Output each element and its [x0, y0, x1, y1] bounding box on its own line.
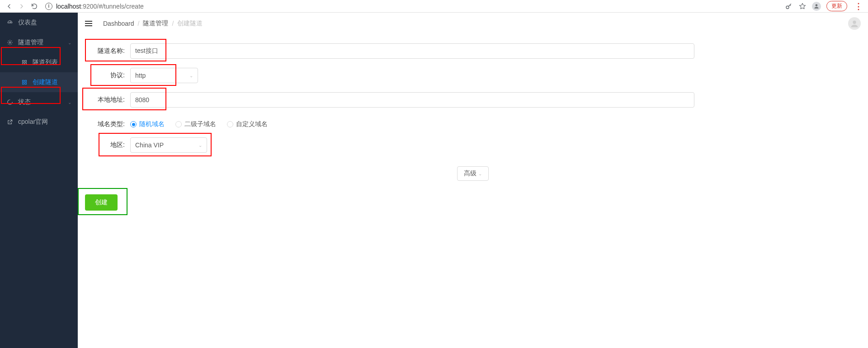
select-protocol[interactable]: http ⌄: [130, 68, 198, 83]
svg-point-11: [853, 21, 856, 24]
radio-icon: [175, 121, 182, 127]
sidebar-item-label: 隧道管理: [18, 38, 68, 47]
sidebar-item-dashboard[interactable]: 仪表盘: [0, 13, 78, 33]
select-protocol-value: http: [135, 72, 146, 79]
breadcrumb-separator: /: [172, 20, 174, 27]
grid-icon: [21, 59, 28, 66]
profile-icon[interactable]: [812, 2, 821, 11]
radio-subdomain[interactable]: 二级子域名: [175, 120, 216, 128]
row-advanced: 高级 ⌄: [85, 166, 861, 181]
sidebar-item-label: 创建隧道: [33, 78, 71, 86]
breadcrumb-item[interactable]: 隧道管理: [143, 19, 168, 28]
browser-toolbar: i localhost:9200/#/tunnels/create 更新 ⋮: [0, 0, 868, 13]
dashboard-icon: [6, 19, 14, 26]
loading-icon: [6, 99, 14, 106]
row-region: 地区: China VIP ⌄: [85, 137, 861, 153]
sidebar-item-tunnel-list[interactable]: 隧道列表: [0, 52, 78, 72]
row-local-addr: 本地地址:: [85, 92, 861, 108]
label-local-addr: 本地地址:: [85, 96, 130, 104]
sidebar-item-label: 仪表盘: [18, 19, 71, 27]
advanced-label: 高级: [464, 169, 476, 178]
radio-icon: [227, 121, 233, 127]
label-protocol: 协议:: [85, 71, 130, 80]
url-host: localhost: [56, 3, 81, 10]
address-bar[interactable]: i localhost:9200/#/tunnels/create: [45, 3, 785, 10]
svg-rect-9: [23, 83, 24, 85]
chevron-down-icon: ⌄: [68, 100, 71, 105]
sidebar-item-tunnel-mgmt[interactable]: 隧道管理 ⌄: [0, 33, 78, 52]
svg-rect-8: [25, 80, 27, 82]
sidebar-item-label: cpolar官网: [18, 118, 71, 126]
row-protocol: 协议: http ⌄: [85, 68, 861, 83]
forward-button[interactable]: [16, 1, 27, 12]
label-domain-type: 域名类型:: [85, 120, 130, 128]
breadcrumb-item[interactable]: Dashboard: [103, 20, 134, 27]
svg-rect-5: [23, 63, 24, 65]
select-region-value: China VIP: [135, 141, 164, 149]
key-icon[interactable]: [785, 2, 793, 10]
chevron-down-icon: ⌄: [189, 73, 193, 78]
sidebar-item-label: 隧道列表: [33, 58, 71, 66]
svg-rect-6: [25, 63, 27, 65]
back-button[interactable]: [4, 1, 14, 12]
reload-button[interactable]: [29, 1, 40, 12]
grid-icon: [21, 79, 28, 86]
update-button[interactable]: 更新: [826, 1, 847, 11]
sidebar-item-label: 状态: [18, 98, 68, 106]
radio-group-domain: 随机域名 二级子域名 自定义域名: [130, 120, 268, 128]
svg-rect-4: [25, 61, 27, 62]
gear-icon: [6, 39, 14, 46]
sidebar-item-official-site[interactable]: cpolar官网: [0, 112, 78, 132]
breadcrumb-item-current: 创建隧道: [177, 19, 203, 28]
sidebar-item-status[interactable]: 状态 ⌄: [0, 92, 78, 112]
chevron-down-icon: ⌄: [198, 143, 202, 148]
advanced-toggle-button[interactable]: 高级 ⌄: [457, 166, 489, 181]
row-submit: 创建: [85, 194, 861, 211]
svg-rect-10: [25, 83, 27, 85]
create-button[interactable]: 创建: [85, 194, 118, 211]
svg-point-1: [816, 4, 818, 6]
bookmark-star-icon[interactable]: [798, 2, 807, 10]
site-info-icon[interactable]: i: [45, 3, 52, 10]
input-local-addr[interactable]: [130, 92, 694, 108]
avatar[interactable]: [848, 17, 861, 30]
radio-random-domain[interactable]: 随机域名: [130, 120, 165, 128]
chevron-down-icon: ⌄: [68, 40, 71, 45]
select-region[interactable]: China VIP ⌄: [130, 137, 207, 153]
sidebar: 仪表盘 隧道管理 ⌄ 隧道列表 创建隧道 状态 ⌄: [0, 13, 78, 348]
label-region: 地区:: [85, 141, 130, 149]
menu-toggle-icon[interactable]: [85, 19, 94, 28]
svg-rect-3: [23, 61, 24, 62]
breadcrumb: Dashboard / 隧道管理 / 创建隧道: [103, 19, 203, 28]
svg-rect-7: [23, 80, 24, 82]
input-tunnel-name[interactable]: [130, 43, 694, 59]
svg-point-2: [9, 42, 11, 43]
topbar: Dashboard / 隧道管理 / 创建隧道: [78, 13, 868, 34]
chevron-down-icon: ⌄: [478, 171, 482, 176]
more-menu-icon[interactable]: ⋮: [853, 1, 864, 11]
main-area: Dashboard / 隧道管理 / 创建隧道 隧道名称: 协议: htt: [78, 13, 868, 348]
form-content: 隧道名称: 协议: http ⌄ 本地地址: 域名类型: [78, 34, 868, 348]
label-tunnel-name: 隧道名称:: [85, 47, 130, 55]
radio-custom-domain[interactable]: 自定义域名: [227, 120, 268, 128]
sidebar-item-create-tunnel[interactable]: 创建隧道: [0, 72, 78, 92]
breadcrumb-separator: /: [138, 20, 140, 27]
radio-label: 随机域名: [139, 120, 165, 128]
radio-label: 自定义域名: [236, 120, 268, 128]
external-link-icon: [6, 118, 14, 126]
row-tunnel-name: 隧道名称:: [85, 43, 861, 59]
radio-label: 二级子域名: [184, 120, 216, 128]
url-path: :9200/#/tunnels/create: [81, 3, 144, 10]
radio-icon: [130, 121, 137, 127]
row-domain-type: 域名类型: 随机域名 二级子域名 自定义域名: [85, 120, 861, 128]
